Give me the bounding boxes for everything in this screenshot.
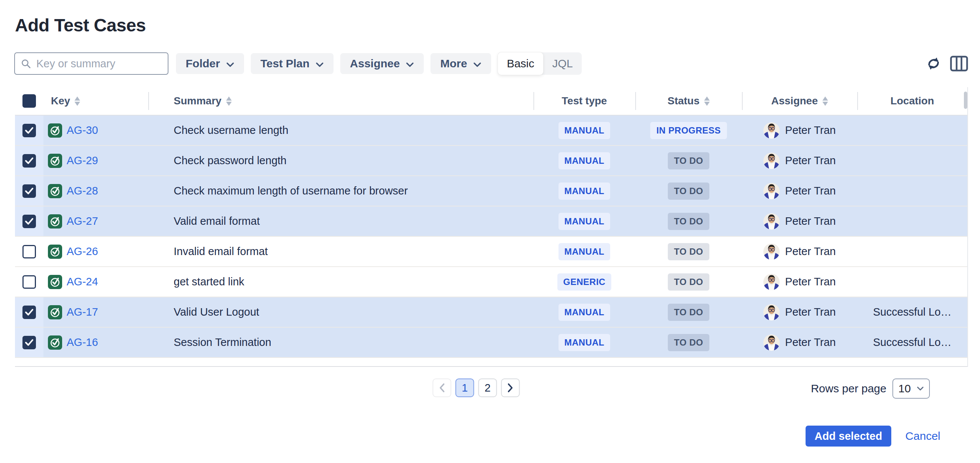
refresh-icon[interactable] xyxy=(924,54,943,73)
table-row[interactable]: AG-29Check password lengthMANUALTO DO Pe… xyxy=(15,146,967,176)
search-icon xyxy=(21,59,31,69)
mode-basic-tab[interactable]: Basic xyxy=(498,52,543,75)
table-footer-strip xyxy=(15,358,967,367)
search-input[interactable] xyxy=(35,57,162,70)
status-badge: IN PROGRESS xyxy=(650,122,727,139)
page-2-button[interactable]: 2 xyxy=(478,379,497,397)
column-header-key[interactable]: Key xyxy=(43,87,148,115)
row-checkbox[interactable] xyxy=(22,124,36,137)
next-page-button[interactable] xyxy=(501,379,520,397)
test-type-badge: MANUAL xyxy=(558,182,611,200)
test-case-key-link[interactable]: AG-24 xyxy=(67,276,98,288)
row-checkbox[interactable] xyxy=(22,336,36,349)
add-selected-button[interactable]: Add selected xyxy=(805,426,891,447)
table-row[interactable]: AG-17Valid User LogoutMANUALTO DO Peter … xyxy=(15,297,967,328)
pagination: 1 2 xyxy=(433,379,520,397)
column-header-assignee[interactable]: Assignee xyxy=(742,87,857,115)
assignee-name: Peter Tran xyxy=(785,215,835,227)
search-mode-toggle: Basic JQL xyxy=(498,52,582,75)
test-case-key-link[interactable]: AG-28 xyxy=(67,185,98,197)
table-row[interactable]: AG-28Check maximum length of username fo… xyxy=(15,176,967,206)
status-badge: TO DO xyxy=(668,273,709,290)
cancel-link[interactable]: Cancel xyxy=(905,430,940,442)
test-case-summary: Check maximum length of username for bro… xyxy=(148,176,533,206)
assignee-name: Peter Tran xyxy=(785,245,835,258)
test-case-key-link[interactable]: AG-30 xyxy=(67,124,98,136)
test-case-key-link[interactable]: AG-16 xyxy=(67,336,98,349)
page-1-button[interactable]: 1 xyxy=(455,379,474,397)
column-header-status[interactable]: Status xyxy=(635,87,742,115)
assignee-name: Peter Tran xyxy=(785,124,835,136)
status-badge: TO DO xyxy=(668,334,709,351)
location-text: Successful Lo… xyxy=(857,297,967,327)
test-case-key-link[interactable]: AG-26 xyxy=(67,245,98,258)
prev-page-button[interactable] xyxy=(433,379,452,397)
test-case-summary: Check username length xyxy=(148,116,533,145)
page-title: Add Test Cases xyxy=(15,15,146,35)
row-checkbox[interactable] xyxy=(22,215,36,228)
avatar xyxy=(763,213,780,230)
test-type-badge: MANUAL xyxy=(558,304,611,321)
filter-assignee-button[interactable]: Assignee xyxy=(340,53,424,74)
location-text xyxy=(857,176,967,206)
row-checkbox[interactable] xyxy=(22,306,36,319)
toolbar: Folder Test Plan Assignee More Basic JQL xyxy=(14,52,969,76)
test-case-icon xyxy=(48,184,62,198)
sort-icon[interactable] xyxy=(75,97,80,106)
test-case-summary: get started link xyxy=(148,267,533,297)
row-checkbox[interactable] xyxy=(22,245,36,258)
row-checkbox[interactable] xyxy=(22,154,36,168)
table-row[interactable]: AG-27Valid email formatMANUALTO DO Peter… xyxy=(15,206,967,237)
assignee-name: Peter Tran xyxy=(785,336,835,349)
mode-jql-tab[interactable]: JQL xyxy=(543,52,582,75)
test-case-key-link[interactable]: AG-29 xyxy=(67,154,98,167)
add-test-cases-dialog: Add Test Cases Folder Test Plan Assignee… xyxy=(0,0,980,463)
avatar xyxy=(763,335,780,351)
sort-icon[interactable] xyxy=(704,97,710,106)
column-header-summary[interactable]: Summary xyxy=(148,87,533,115)
test-type-badge: MANUAL xyxy=(558,122,611,139)
test-case-icon xyxy=(48,154,62,168)
select-all-checkbox[interactable] xyxy=(22,94,36,108)
location-text xyxy=(857,146,967,175)
columns-icon[interactable] xyxy=(949,54,969,73)
footer-actions: Add selected Cancel xyxy=(805,426,940,447)
test-case-summary: Invalid email format xyxy=(148,237,533,266)
test-case-summary: Session Termination xyxy=(148,328,533,357)
assignee-name: Peter Tran xyxy=(785,154,835,167)
location-text: Successful Lo… xyxy=(857,328,967,357)
test-type-badge: MANUAL xyxy=(558,243,611,260)
row-checkbox[interactable] xyxy=(22,184,36,198)
rows-per-page-label: Rows per page xyxy=(811,382,886,395)
avatar xyxy=(763,152,780,169)
vertical-scrollbar-thumb[interactable] xyxy=(964,92,967,109)
sort-icon[interactable] xyxy=(822,97,828,106)
avatar xyxy=(763,274,780,290)
chevron-down-icon xyxy=(406,57,414,70)
table-row[interactable]: AG-26Invalid email formatMANUALTO DO Pet… xyxy=(15,237,967,267)
test-case-key-link[interactable]: AG-17 xyxy=(67,306,98,318)
test-case-icon xyxy=(48,305,62,319)
location-text xyxy=(857,237,967,266)
rows-per-page-select[interactable]: 10 xyxy=(892,379,930,399)
pagination-band: 1 2 Rows per page 10 xyxy=(15,379,967,399)
row-checkbox[interactable] xyxy=(22,275,36,289)
filter-folder-button[interactable]: Folder xyxy=(176,53,244,74)
filter-test-plan-button[interactable]: Test Plan xyxy=(251,53,334,74)
avatar xyxy=(763,122,780,139)
chevron-down-icon xyxy=(473,57,481,70)
sort-icon[interactable] xyxy=(226,97,232,106)
filter-more-button[interactable]: More xyxy=(431,53,491,74)
table-row[interactable]: AG-30Check username lengthMANUALIN PROGR… xyxy=(15,116,967,146)
location-text xyxy=(857,116,967,145)
test-case-summary: Valid User Logout xyxy=(148,297,533,327)
assignee-name: Peter Tran xyxy=(785,185,835,197)
status-badge: TO DO xyxy=(668,213,709,230)
status-badge: TO DO xyxy=(668,304,709,321)
avatar xyxy=(763,304,780,320)
table-row[interactable]: AG-16Session TerminationMANUALTO DO Pete… xyxy=(15,328,967,358)
search-box[interactable] xyxy=(14,52,169,75)
table-row[interactable]: AG-24get started linkGENERICTO DO Peter … xyxy=(15,267,967,297)
test-case-key-link[interactable]: AG-27 xyxy=(67,215,98,227)
avatar xyxy=(763,183,780,199)
